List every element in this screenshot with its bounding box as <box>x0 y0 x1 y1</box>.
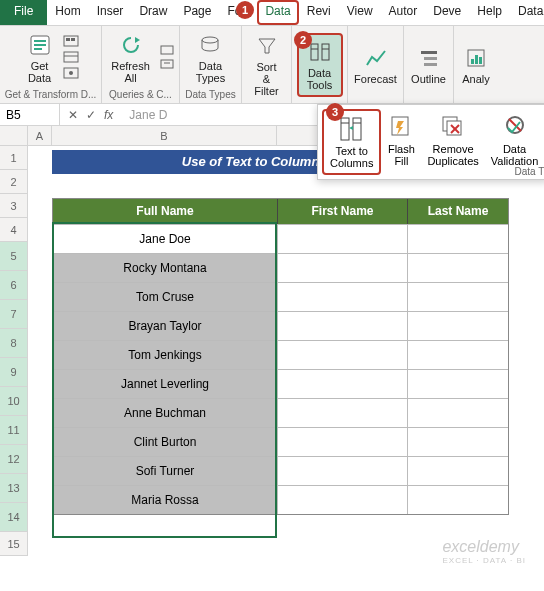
header-firstname[interactable]: First Name <box>278 199 408 224</box>
tab-page[interactable]: Page <box>175 0 219 25</box>
outline-icon <box>416 45 442 71</box>
cell-d11[interactable] <box>408 398 508 427</box>
outline-button[interactable]: Outline <box>405 43 452 87</box>
row-head-12[interactable]: 12 <box>0 445 28 474</box>
get-data-button[interactable]: Get Data <box>21 30 59 86</box>
remove-duplicates-button[interactable]: Remove Duplicates <box>421 109 484 175</box>
row-head-6[interactable]: 6 <box>0 271 28 300</box>
cell-d14[interactable] <box>408 485 508 514</box>
cell-b11[interactable]: Anne Buchman <box>53 398 278 427</box>
select-all-corner[interactable] <box>0 126 28 145</box>
svg-rect-12 <box>161 46 173 54</box>
cell-d9[interactable] <box>408 340 508 369</box>
data-table: Full Name First Name Last Name Jane Doe … <box>52 198 509 515</box>
cancel-icon[interactable]: ✕ <box>68 108 78 122</box>
forecast-button[interactable]: Forecast <box>348 43 403 87</box>
header-fullname[interactable]: Full Name <box>53 199 278 224</box>
refresh-label: Refresh All <box>111 60 150 84</box>
tab-draw[interactable]: Draw <box>131 0 175 25</box>
cell-b6[interactable]: Rocky Montana <box>53 253 278 282</box>
tab-file[interactable]: File <box>0 0 47 25</box>
cell-c11[interactable] <box>278 398 408 427</box>
tab-developer[interactable]: Deve <box>425 0 469 25</box>
svg-rect-21 <box>421 51 437 54</box>
tab-insert[interactable]: Inser <box>89 0 132 25</box>
cell-b8[interactable]: Brayan Taylor <box>53 311 278 340</box>
watermark-sub: EXCEL · DATA · BI <box>442 556 526 565</box>
refresh-all-button[interactable]: Refresh All <box>105 30 156 86</box>
formula-controls[interactable]: ✕ ✓ fx <box>60 108 121 122</box>
cell-c6[interactable] <box>278 253 408 282</box>
row-head-2[interactable]: 2 <box>0 170 28 194</box>
cell-d7[interactable] <box>408 282 508 311</box>
cell-b14[interactable]: Maria Rossa <box>53 485 278 514</box>
row-head-10[interactable]: 10 <box>0 387 28 416</box>
row-head-14[interactable]: 14 <box>0 503 28 532</box>
analyze-button[interactable]: Analy <box>456 43 496 87</box>
col-head-a[interactable]: A <box>28 126 52 145</box>
row-head-1[interactable]: 1 <box>0 146 28 170</box>
cell-d12[interactable] <box>408 427 508 456</box>
svg-point-15 <box>202 37 218 43</box>
data-validation-icon <box>501 113 529 141</box>
tab-view[interactable]: View <box>339 0 381 25</box>
refresh-side-icons[interactable] <box>160 45 176 71</box>
cell-c10[interactable] <box>278 369 408 398</box>
tab-automate[interactable]: Autor <box>381 0 426 25</box>
svg-rect-17 <box>311 44 318 60</box>
name-box[interactable]: B5 <box>0 104 60 125</box>
row-head-15[interactable]: 15 <box>0 532 28 556</box>
datatypes-label: Data Types <box>196 60 225 84</box>
cell-c5[interactable] <box>278 224 408 253</box>
svg-marker-34 <box>396 121 404 135</box>
tab-help[interactable]: Help <box>469 0 510 25</box>
cell-b10[interactable]: Jannet Leverling <box>53 369 278 398</box>
row-head-7[interactable]: 7 <box>0 300 28 329</box>
cell-c13[interactable] <box>278 456 408 485</box>
get-data-side-icons[interactable] <box>63 35 81 81</box>
cell-b12[interactable]: Clint Burton <box>53 427 278 456</box>
cell-c7[interactable] <box>278 282 408 311</box>
row-head-11[interactable]: 11 <box>0 416 28 445</box>
cell-d5[interactable] <box>408 224 508 253</box>
col-head-b[interactable]: B <box>52 126 277 145</box>
tab-home[interactable]: Hom <box>47 0 88 25</box>
svg-rect-3 <box>34 48 42 50</box>
group-label-queries: Queries & C... <box>106 87 175 100</box>
cell-c9[interactable] <box>278 340 408 369</box>
svg-rect-1 <box>34 40 46 42</box>
row-head-5[interactable]: 5 <box>0 242 28 271</box>
header-lastname[interactable]: Last Name <box>408 199 508 224</box>
cell-d10[interactable] <box>408 369 508 398</box>
formula-text[interactable]: Jane D <box>121 108 167 122</box>
cell-d13[interactable] <box>408 456 508 485</box>
fx-icon[interactable]: fx <box>104 108 113 122</box>
group-label-get-transform: Get & Transform D... <box>4 87 97 100</box>
cell-d6[interactable] <box>408 253 508 282</box>
row-head-13[interactable]: 13 <box>0 474 28 503</box>
refresh-icon <box>118 32 144 58</box>
cell-c14[interactable] <box>278 485 408 514</box>
cell-d8[interactable] <box>408 311 508 340</box>
cell-c12[interactable] <box>278 427 408 456</box>
row-head-4[interactable]: 4 <box>0 218 28 242</box>
cell-b5[interactable]: Jane Doe <box>53 224 278 253</box>
tab-review[interactable]: Revi <box>299 0 339 25</box>
tab-data[interactable]: Data <box>257 0 298 25</box>
cell-b9[interactable]: Tom Jenkings <box>53 340 278 369</box>
cell-c8[interactable] <box>278 311 408 340</box>
svg-rect-25 <box>471 59 474 64</box>
row-head-8[interactable]: 8 <box>0 329 28 358</box>
analyze-label: Analy <box>462 73 490 85</box>
cell-b7[interactable]: Tom Cruse <box>53 282 278 311</box>
data-types-button[interactable]: Data Types <box>190 30 231 86</box>
tab-data2[interactable]: Data <box>510 0 544 25</box>
svg-rect-5 <box>66 38 70 41</box>
row-head-3[interactable]: 3 <box>0 194 28 218</box>
datatypes-icon <box>197 32 223 58</box>
sort-filter-button[interactable]: Sort & Filter <box>246 31 287 99</box>
row-head-9[interactable]: 9 <box>0 358 28 387</box>
flash-fill-button[interactable]: Flash Fill <box>381 109 421 175</box>
enter-icon[interactable]: ✓ <box>86 108 96 122</box>
cell-b13[interactable]: Sofi Turner <box>53 456 278 485</box>
